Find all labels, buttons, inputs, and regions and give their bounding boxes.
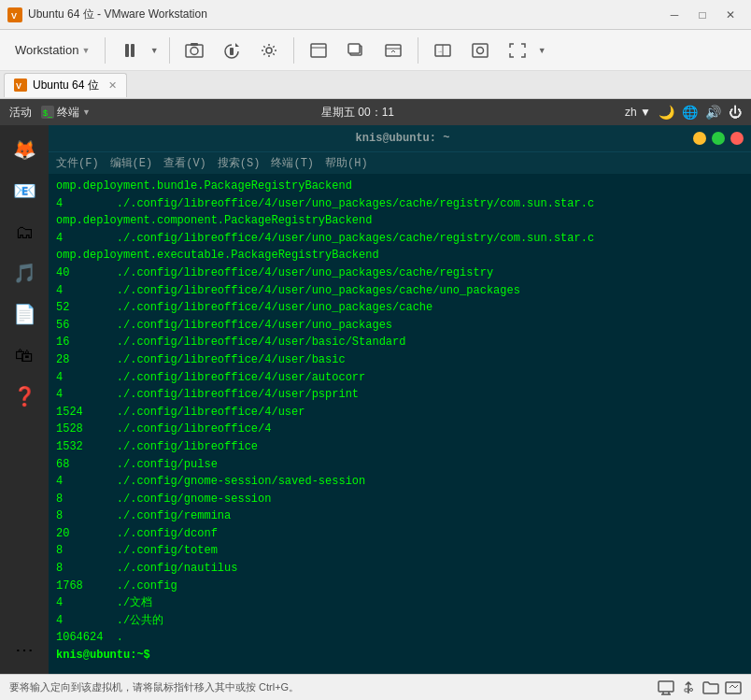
workstation-label: Workstation — [15, 43, 78, 57]
term-line: 8 ./.config/totem — [56, 542, 744, 560]
settings-icon — [260, 42, 278, 59]
window-button[interactable] — [339, 36, 373, 65]
fullscreen-dropdown[interactable]: ▼ — [534, 36, 549, 65]
terminal-titlebar: knis@ubuntu: ~ — [49, 125, 751, 151]
svg-marker-5 — [235, 43, 239, 47]
stretch-button[interactable] — [376, 36, 410, 65]
network-icon[interactable]: 🌐 — [682, 105, 698, 120]
terminal-maximize-btn[interactable] — [712, 132, 725, 145]
tab-close-button[interactable]: ✕ — [108, 79, 117, 92]
svg-point-28 — [690, 688, 693, 691]
fullscreen-group[interactable]: ▼ — [501, 36, 549, 65]
clock: 星期五 00：11 — [321, 105, 394, 121]
term-line: 4 ./.config/gnome-session/saved-session — [56, 473, 744, 491]
language-selector[interactable]: zh ▼ — [625, 106, 651, 119]
sidebar-icon-mail[interactable]: 📧 — [6, 172, 43, 209]
status-monitor-icon[interactable] — [658, 679, 674, 696]
title-bar: V Ubuntu 64 位 - VMware Workstation ─ □ ✕ — [0, 0, 751, 30]
term-line: knis@ubuntu:~$ — [56, 647, 744, 664]
pause-button[interactable] — [113, 36, 147, 65]
menu-file[interactable]: 文件(F) — [56, 155, 99, 171]
night-mode-icon[interactable]: 🌙 — [659, 105, 674, 120]
bottom-bar: 要将输入定向到该虚拟机，请将鼠标指针移入其中或按 Ctrl+G。 — [0, 674, 751, 700]
window-back-button[interactable] — [302, 36, 335, 65]
svg-rect-29 — [726, 682, 741, 693]
pause-icon — [125, 44, 135, 57]
sidebar-icon-files[interactable]: 🗂 — [6, 213, 43, 250]
term-line: 1532 ./.config/libreoffice — [56, 438, 744, 456]
terminal-label: 终端 — [57, 105, 79, 121]
tab-ubuntu[interactable]: V Ubuntu 64 位 ✕ — [4, 73, 127, 97]
svg-text:V: V — [11, 11, 17, 21]
term-line: omp.deployment.executable.PackageRegistr… — [56, 247, 744, 264]
sidebar-icon-firefox[interactable]: 🦊 — [6, 131, 43, 168]
sidebar-icon-store[interactable]: 🛍 — [6, 336, 43, 374]
term-line: 4 ./.config/libreoffice/4/user/uno_packa… — [56, 195, 744, 213]
terminal-close-btn[interactable] — [730, 132, 744, 145]
menu-search[interactable]: 搜索(S) — [218, 155, 261, 171]
sidebar-icon-apps[interactable]: ⋯ — [6, 631, 43, 668]
terminal-content[interactable]: omp.deployment.bundle.PackageRegistryBac… — [49, 174, 751, 674]
maximize-button[interactable]: □ — [689, 6, 716, 24]
minimize-button[interactable]: ─ — [661, 6, 687, 24]
pause-chevron: ▼ — [150, 46, 159, 55]
terminal-title: knis@ubuntu: ~ — [356, 132, 450, 145]
svg-rect-23 — [659, 681, 673, 692]
sidebar-icon-documents[interactable]: 📄 — [6, 295, 43, 333]
terminal-menu[interactable]: $_ 终端 ▼ — [41, 105, 91, 121]
svg-rect-11 — [348, 44, 360, 53]
toolbar-separator-4 — [418, 37, 418, 64]
settings-button[interactable] — [252, 36, 286, 65]
vmtools-button[interactable]: → — [426, 36, 460, 65]
term-line: 1528 ./.config/libreoffice/4 — [56, 421, 744, 438]
toolbar-separator-1 — [105, 37, 106, 64]
tab-vm-icon: V — [14, 79, 27, 92]
menu-terminal[interactable]: 终端(T) — [271, 155, 314, 171]
status-screen-icon[interactable] — [725, 679, 742, 696]
status-folder-icon[interactable] — [702, 679, 719, 696]
window-controls: ─ □ ✕ — [661, 6, 744, 24]
power-icon[interactable]: ⏻ — [729, 105, 742, 120]
term-line: omp.deployment.bundle.PackageRegistryBac… — [56, 178, 744, 195]
main-area: 🦊 📧 🗂 🎵 📄 🛍 ❓ ⋯ knis@ubuntu: ~ 文件(F) 编辑(… — [0, 125, 751, 674]
term-line: omp.deployment.component.PackageRegistry… — [56, 212, 744, 230]
term-line: 1768 ./.config — [56, 578, 744, 595]
window-title: Ubuntu 64 位 - VMware Workstation — [28, 7, 207, 22]
term-line: 1064624 . — [56, 629, 744, 647]
snapshot-icon — [185, 42, 204, 59]
term-line: 52 ./.config/libreoffice/4/user/uno_pack… — [56, 299, 744, 317]
term-line: 8 ./.config/remmina — [56, 507, 744, 525]
pause-group[interactable]: ▼ — [113, 36, 162, 65]
workstation-menu[interactable]: Workstation ▼ — [7, 39, 97, 61]
capture-button[interactable] — [463, 36, 497, 65]
fullscreen-button[interactable] — [501, 36, 534, 65]
usb-icon — [681, 680, 696, 695]
svg-point-3 — [191, 47, 198, 54]
term-line: 28 ./.config/libreoffice/4/user/basic — [56, 351, 744, 369]
revert-button[interactable] — [215, 36, 248, 65]
pause-dropdown[interactable]: ▼ — [147, 36, 162, 65]
menu-view[interactable]: 查看(V) — [163, 155, 206, 171]
bottom-hint: 要将输入定向到该虚拟机，请将鼠标指针移入其中或按 Ctrl+G。 — [9, 680, 299, 694]
window-back-icon — [309, 42, 328, 59]
term-line: 8 ./.config/gnome-session — [56, 491, 744, 508]
svg-rect-6 — [230, 48, 234, 55]
sidebar: 🦊 📧 🗂 🎵 📄 🛍 ❓ ⋯ — [0, 125, 49, 674]
term-line: 4 ./公共的 — [56, 612, 744, 630]
terminal-window[interactable]: knis@ubuntu: ~ 文件(F) 编辑(E) 查看(V) 搜索(S) 终… — [49, 125, 751, 674]
volume-icon[interactable]: 🔊 — [705, 105, 721, 120]
activities-label[interactable]: 活动 — [9, 105, 32, 121]
status-usb-icon[interactable] — [680, 679, 697, 696]
svg-text:$_: $_ — [43, 108, 53, 118]
sidebar-icon-music[interactable]: 🎵 — [6, 254, 43, 292]
svg-point-18 — [477, 47, 484, 53]
menu-edit[interactable]: 编辑(E) — [110, 155, 153, 171]
terminal-controls — [693, 132, 744, 145]
close-button[interactable]: ✕ — [717, 6, 744, 24]
toolbar-separator-3 — [293, 37, 294, 64]
menu-help[interactable]: 帮助(H) — [325, 155, 368, 171]
terminal-minimize-btn[interactable] — [693, 132, 706, 145]
svg-rect-4 — [191, 43, 198, 46]
snapshot-button[interactable] — [177, 36, 211, 65]
sidebar-icon-help[interactable]: ❓ — [6, 378, 43, 415]
